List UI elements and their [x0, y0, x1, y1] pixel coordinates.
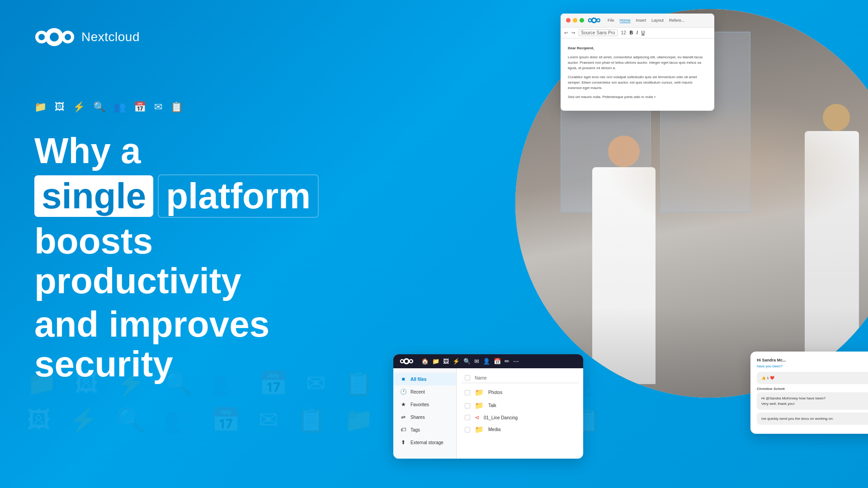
- headline-line4: and improves security: [34, 305, 351, 384]
- headline: Why a singleplatform boosts productivity…: [34, 131, 351, 384]
- tags-label: Tags: [410, 427, 420, 432]
- notes-icon: 📋: [170, 101, 183, 113]
- dancing-checkbox[interactable]: [465, 415, 470, 420]
- doc-dot-red: [566, 18, 571, 23]
- nextcloud-logo: [34, 27, 74, 47]
- sidebar-item-recent[interactable]: 🕐 Recent: [393, 385, 456, 398]
- media-checkbox[interactable]: [465, 427, 470, 432]
- doc-content: Dear Recipient, Lorem ipsum dolor sit am…: [561, 38, 714, 111]
- sidebar-item-external[interactable]: ⬆ External storage: [393, 436, 456, 449]
- files-main: Name 📁 Photos 📁 Talk ⊲ 01_Line Dancing: [457, 368, 583, 459]
- files-nav-more: ⋯: [513, 358, 519, 365]
- photos-folder-icon: 📁: [475, 388, 484, 397]
- feature-icons-row: 📁 🖼 ⚡ 🔍 👥 📅 ✉ 📋: [34, 101, 351, 113]
- doc-paragraph-2: Curabitur eget eros nec orci volutpat so…: [568, 75, 707, 91]
- file-row-dancing[interactable]: ⊲ 01_Line Dancing: [461, 412, 579, 423]
- chat-bubble-3: me quickly send you the docu on working …: [757, 413, 868, 425]
- chat-bubble-1-text: 👍 1 ❤️: [761, 376, 774, 380]
- sidebar-item-favorites[interactable]: ★ Favorites: [393, 398, 456, 411]
- logo-svg: [34, 27, 74, 47]
- talk-checkbox[interactable]: [465, 403, 470, 408]
- doc-paragraph-3: Sed vel mauris nulla. Pellentesque porta…: [568, 94, 707, 100]
- doc-italic: I: [637, 30, 638, 35]
- favorites-label: Favorites: [410, 402, 429, 407]
- files-nav-pen: ✏: [505, 358, 509, 365]
- doc-paragraph-1: Lorem ipsum dolor sit amet, consectetur …: [568, 55, 707, 71]
- doc-dot-green: [580, 18, 584, 23]
- file-row-talk[interactable]: 📁 Talk: [461, 399, 579, 412]
- svg-point-11: [597, 19, 599, 21]
- calendar-icon: 📅: [134, 101, 146, 113]
- allfiles-label: All files: [410, 377, 427, 382]
- left-content: Nextcloud 📁 🖼 ⚡ 🔍 👥 📅 ✉ 📋 Why a singlepl…: [34, 0, 351, 488]
- file-row-media[interactable]: 📁 Media: [461, 423, 579, 436]
- doc-menu-refere: Refere...: [669, 18, 685, 23]
- file-row-photos[interactable]: 📁 Photos: [461, 386, 579, 399]
- sidebar-item-allfiles[interactable]: ■ All files: [393, 373, 456, 385]
- dancing-name: 01_Line Dancing: [484, 415, 518, 420]
- files-nav-lightning: ⚡: [453, 358, 460, 365]
- files-nav-search: 🔍: [463, 358, 471, 365]
- shares-icon: ⇌: [400, 414, 407, 420]
- headline-line2: singleplatform: [34, 174, 351, 218]
- doc-fontsize: 12: [621, 30, 626, 35]
- files-header: Name: [461, 373, 579, 383]
- doc-underline: U: [642, 30, 645, 35]
- files-nav-home: 🏠: [421, 358, 429, 365]
- doc-dots: [566, 18, 584, 23]
- talk-folder-icon: 📁: [475, 401, 484, 410]
- highlight-single: single: [34, 175, 153, 217]
- highlight-platform: platform: [158, 174, 319, 218]
- lightning-icon: ⚡: [73, 101, 85, 113]
- files-nav-image: 🖼: [443, 358, 449, 365]
- doc-menu: File Home Insert Layout Refere...: [608, 18, 685, 23]
- svg-point-7: [589, 19, 591, 21]
- shares-label: Shares: [410, 415, 425, 420]
- people-icon: 👥: [113, 101, 126, 113]
- files-titlebar: 🏠 📁 🖼 ⚡ 🔍 ✉ 👤 📅 ✏ ⋯: [393, 354, 583, 368]
- doc-bold: B: [630, 30, 633, 35]
- doc-menu-home: Home: [620, 18, 631, 23]
- svg-point-3: [50, 33, 59, 42]
- sidebar-item-tags[interactable]: 🏷 Tags: [393, 423, 456, 436]
- chat-subtext: have you been?: [757, 364, 868, 368]
- doc-menu-layout: Layout: [651, 18, 664, 23]
- files-screenshot: 🏠 📁 🖼 ⚡ 🔍 ✉ 👤 📅 ✏ ⋯ ■ All files 🕐: [393, 354, 583, 459]
- chat-bubble-2: Hi @Sandra McKinney how have been?Very w…: [757, 392, 868, 409]
- doc-salutation: Dear Recipient,: [568, 46, 707, 51]
- chat-screenshot: Hi Sandra Mc... have you been? 👍 1 ❤️ Ch…: [750, 352, 868, 434]
- tags-icon: 🏷: [400, 427, 407, 433]
- svg-point-9: [593, 19, 595, 22]
- talk-name: Talk: [488, 403, 496, 408]
- svg-point-13: [401, 360, 403, 362]
- doc-menu-insert: Insert: [636, 18, 646, 23]
- right-content: File Home Insert Layout Refere... ↩ ↪ So…: [371, 0, 868, 488]
- select-all-checkbox[interactable]: [465, 375, 470, 380]
- files-nav-icons: 🏠 📁 🖼 ⚡ 🔍 ✉ 👤 📅 ✏ ⋯: [421, 358, 519, 365]
- doc-menu-file: File: [608, 18, 614, 23]
- files-nc-logo: [400, 358, 413, 365]
- photos-checkbox[interactable]: [465, 390, 470, 395]
- files-body: ■ All files 🕐 Recent ★ Favorites ⇌ Share…: [393, 368, 583, 459]
- chat-bubble-1: 👍 1 ❤️: [757, 372, 868, 384]
- svg-point-17: [410, 360, 412, 362]
- chat-sender-name: Hi Sandra Mc...: [757, 358, 868, 362]
- logo-text: Nextcloud: [81, 30, 140, 44]
- image-icon: 🖼: [55, 101, 65, 113]
- doc-dot-yellow: [573, 18, 577, 23]
- doc-undo: ↩: [564, 30, 568, 35]
- media-folder-icon: 📁: [475, 425, 484, 434]
- name-column-header: Name: [475, 375, 487, 380]
- allfiles-icon: ■: [400, 376, 407, 382]
- files-nav-folder: 📁: [432, 358, 439, 365]
- doc-font: Source Sans Pro: [579, 29, 618, 36]
- document-screenshot: File Home Insert Layout Refere... ↩ ↪ So…: [561, 14, 714, 111]
- sidebar-item-shares[interactable]: ⇌ Shares: [393, 411, 456, 423]
- chat-bubble-3-text: me quickly send you the docu on working …: [761, 417, 834, 421]
- recent-label: Recent: [410, 389, 425, 394]
- files-nav-calendar: 📅: [494, 358, 501, 365]
- dancing-share-icon: ⊲: [475, 414, 479, 421]
- photos-name: Photos: [488, 390, 502, 395]
- doc-titlebar: File Home Insert Layout Refere...: [561, 14, 714, 28]
- files-nav-mail: ✉: [474, 358, 479, 365]
